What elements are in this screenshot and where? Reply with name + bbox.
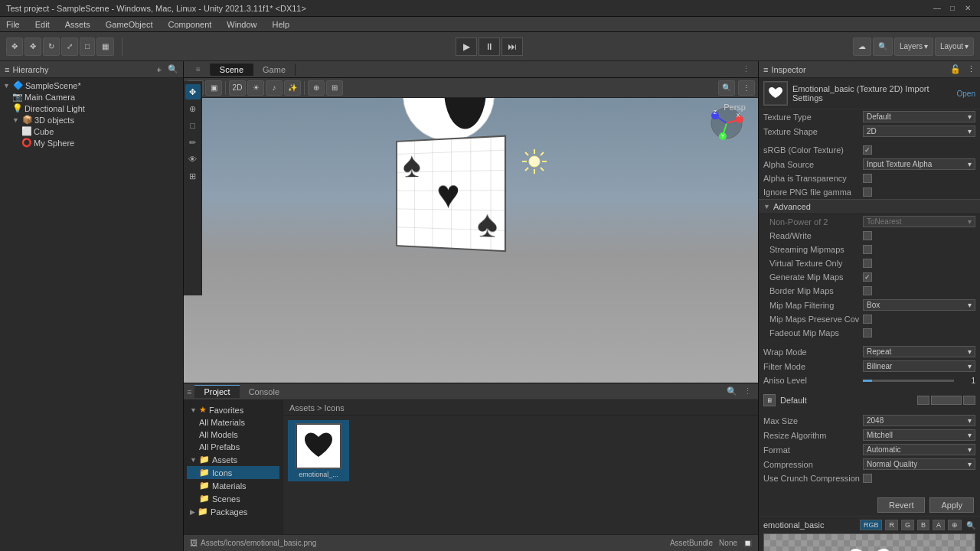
filter-mode-dropdown[interactable]: Bilinear▾	[863, 360, 975, 372]
rect-tool[interactable]: □	[80, 37, 95, 56]
packages-folder[interactable]: ▶ 📁 Packages	[187, 505, 279, 518]
hand-tool[interactable]: ✥	[6, 37, 23, 56]
gizmos-btn[interactable]: ⊕	[308, 80, 325, 96]
insp-more[interactable]: ⋮	[967, 64, 975, 74]
streaming-mip-checkbox[interactable]	[863, 245, 872, 254]
scale-tool[interactable]: ⤢	[61, 37, 78, 56]
layers-button[interactable]: Layers ▾	[894, 37, 933, 56]
asset-emotional-basic[interactable]: emotional_...	[288, 420, 349, 481]
apply-button[interactable]: Apply	[929, 497, 974, 513]
resize-algo-dropdown[interactable]: Mitchell▾	[863, 429, 975, 441]
platform-btn-2[interactable]	[931, 396, 962, 405]
channel-extra[interactable]: ⊕	[948, 520, 962, 530]
tab-scene[interactable]: Scene	[211, 64, 253, 76]
format-dropdown[interactable]: Automatic▾	[863, 444, 975, 455]
scene-options[interactable]: ⋮	[738, 80, 755, 96]
gen-mip-checkbox[interactable]	[863, 272, 872, 282]
project-search[interactable]: 🔍	[724, 386, 740, 396]
channel-g[interactable]: G	[901, 520, 914, 530]
tab-game[interactable]: Game	[253, 64, 296, 76]
fx-btn[interactable]: ✨	[284, 80, 301, 96]
menu-window[interactable]: Window	[224, 20, 260, 29]
2d-btn[interactable]: 2D	[229, 80, 246, 96]
virtual-tex-checkbox[interactable]	[863, 259, 872, 268]
compression-dropdown[interactable]: Normal Quality▾	[863, 458, 975, 470]
channel-a[interactable]: A	[933, 520, 945, 530]
crunch-checkbox[interactable]	[863, 474, 872, 483]
alpha-source-value[interactable]: Input Texture Alpha▾	[863, 158, 975, 170]
tool-rect[interactable]: □	[185, 118, 201, 133]
alpha-transp-checkbox[interactable]	[863, 174, 872, 183]
channel-r[interactable]: R	[885, 520, 898, 530]
scene-view[interactable]: ♠ ♠ ♥	[184, 98, 758, 383]
menu-edit[interactable]: Edit	[32, 20, 53, 29]
close-button[interactable]: ✕	[962, 2, 974, 15]
max-size-value[interactable]: 2048▾	[863, 415, 975, 426]
border-mip-checkbox[interactable]	[863, 286, 872, 295]
transform-tool[interactable]: ▦	[96, 37, 114, 56]
platform-btn-3[interactable]	[963, 396, 975, 405]
menu-component[interactable]: Component	[165, 20, 214, 29]
search-button[interactable]: 🔍	[873, 37, 893, 56]
hierarchy-dir-light[interactable]: 💡 Directional Light	[0, 103, 183, 114]
mip-filter-value[interactable]: Box▾	[863, 299, 975, 311]
panel-options[interactable]: ≡	[187, 387, 191, 396]
hierarchy-search[interactable]: 🔍	[168, 64, 178, 74]
menu-help[interactable]: Help	[269, 20, 292, 29]
channel-rgb[interactable]: RGB	[860, 520, 883, 530]
revert-button[interactable]: Revert	[877, 497, 925, 513]
all-models[interactable]: All Models	[187, 429, 279, 441]
texture-type-value[interactable]: Default▾	[863, 111, 975, 122]
wireframe-btn[interactable]: ▣	[205, 80, 222, 96]
all-prefabs[interactable]: All Prefabs	[187, 441, 279, 453]
play-button[interactable]: ▶	[456, 37, 477, 56]
srgb-checkbox[interactable]	[863, 145, 872, 155]
filter-mode-value[interactable]: Bilinear▾	[863, 360, 975, 372]
cloud-button[interactable]: ☁	[853, 37, 871, 56]
hierarchy-3d-objects[interactable]: ▼ 📦 3D objects	[0, 114, 183, 126]
scenes-folder[interactable]: 📁 Scenes	[187, 492, 279, 505]
menu-gameobject[interactable]: GameObject	[103, 20, 156, 29]
hierarchy-my-sphere[interactable]: ⭕ My Sphere	[0, 137, 183, 148]
move-tool[interactable]: ✥	[24, 37, 41, 56]
max-size-dropdown[interactable]: 2048▾	[863, 415, 975, 426]
hierarchy-main-camera[interactable]: 📷 Main Camera	[0, 91, 183, 103]
format-value[interactable]: Automatic▾	[863, 444, 975, 455]
non-power-value[interactable]: ToNearest▾	[863, 216, 975, 227]
preview-zoom[interactable]: 🔍	[966, 521, 975, 530]
menu-assets[interactable]: Assets	[62, 20, 93, 29]
scene-panel-options[interactable]: ⋮	[737, 64, 755, 74]
hierarchy-cube[interactable]: ⬜ Cube	[0, 126, 183, 137]
open-button[interactable]: Open	[957, 90, 975, 98]
tab-console[interactable]: Console	[240, 386, 289, 398]
icons-folder[interactable]: 📁 Icons	[187, 466, 279, 479]
mip-preserve-checkbox[interactable]	[863, 315, 872, 324]
alpha-source-dropdown[interactable]: Input Texture Alpha▾	[863, 158, 975, 170]
minimize-button[interactable]: —	[931, 2, 943, 15]
tool-brush[interactable]: ✏	[185, 135, 201, 150]
lighting-btn[interactable]: ☀	[247, 80, 264, 96]
tool-eye[interactable]: 👁	[185, 152, 201, 167]
persp-label[interactable]: Persp	[724, 103, 746, 112]
inspector-menu[interactable]: ≡	[763, 65, 768, 74]
tool-move[interactable]: ✥	[185, 84, 201, 99]
hierarchy-add[interactable]: +	[157, 65, 162, 74]
assets-folder[interactable]: ▼ 📁 Assets	[187, 453, 279, 466]
fadeout-mip-checkbox[interactable]	[863, 328, 872, 337]
hierarchy-scene[interactable]: ▼ 🔷 SampleScene*	[0, 80, 183, 91]
advanced-section[interactable]: ▼ Advanced	[759, 199, 980, 214]
project-more[interactable]: ⋮	[740, 386, 755, 396]
resize-algo-value[interactable]: Mitchell▾	[863, 429, 975, 441]
rotate-tool[interactable]: ↻	[43, 37, 60, 56]
all-materials[interactable]: All Materials	[187, 416, 279, 429]
tab-project[interactable]: Project	[194, 385, 239, 398]
wrap-mode-dropdown[interactable]: Repeat▾	[863, 346, 975, 357]
texture-shape-value[interactable]: 2D▾	[863, 126, 975, 137]
non-power-dropdown[interactable]: ToNearest▾	[863, 216, 975, 227]
audio-btn[interactable]: ♪	[266, 80, 283, 96]
tool-cursor[interactable]: ⊕	[185, 101, 201, 116]
scene-search[interactable]: 🔍	[718, 80, 735, 96]
insp-lock[interactable]: 🔓	[950, 64, 961, 74]
aniso-slider[interactable]: 1	[863, 377, 975, 385]
grid-btn[interactable]: ⊞	[326, 80, 343, 96]
